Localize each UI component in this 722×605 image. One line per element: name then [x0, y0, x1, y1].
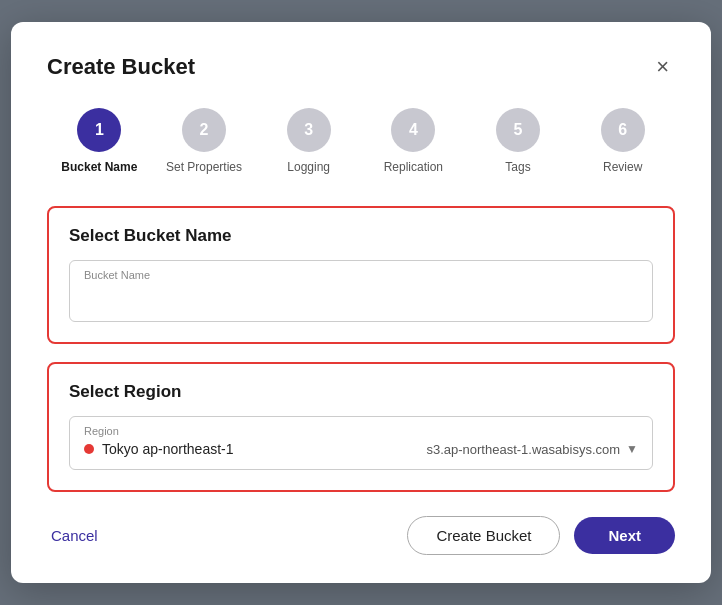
next-button[interactable]: Next — [574, 517, 675, 554]
close-button[interactable]: × — [650, 54, 675, 80]
step-circle-4: 4 — [391, 108, 435, 152]
step-circle-2: 2 — [182, 108, 226, 152]
create-bucket-button[interactable]: Create Bucket — [407, 516, 560, 555]
bucket-name-section: Select Bucket Name Bucket Name — [47, 206, 675, 344]
footer-right: Create Bucket Next — [407, 516, 675, 555]
step-circle-1: 1 — [77, 108, 121, 152]
step-label-1: Bucket Name — [61, 160, 137, 174]
step-5: 5 Tags — [466, 108, 571, 174]
modal-title: Create Bucket — [47, 54, 195, 80]
region-section: Select Region Region Tokyo ap-northeast-… — [47, 362, 675, 492]
step-circle-6: 6 — [601, 108, 645, 152]
cancel-button[interactable]: Cancel — [47, 519, 102, 552]
step-label-6: Review — [603, 160, 642, 174]
stepper: 1 Bucket Name 2 Set Properties 3 Logging… — [47, 108, 675, 174]
bucket-name-section-title: Select Bucket Name — [69, 226, 653, 246]
step-circle-5: 5 — [496, 108, 540, 152]
step-circle-3: 3 — [287, 108, 331, 152]
region-right[interactable]: s3.ap-northeast-1.wasabisys.com ▼ — [426, 442, 638, 457]
step-label-4: Replication — [384, 160, 443, 174]
chevron-down-icon: ▼ — [626, 442, 638, 456]
bucket-name-input[interactable] — [84, 285, 638, 309]
region-status-dot — [84, 444, 94, 454]
region-section-title: Select Region — [69, 382, 653, 402]
region-name: Tokyo ap-northeast-1 — [102, 441, 234, 457]
region-endpoint: s3.ap-northeast-1.wasabisys.com — [426, 442, 620, 457]
step-1: 1 Bucket Name — [47, 108, 152, 174]
bucket-name-field-group: Bucket Name — [69, 260, 653, 322]
step-6: 6 Review — [570, 108, 675, 174]
step-label-3: Logging — [287, 160, 330, 174]
step-2: 2 Set Properties — [152, 108, 257, 174]
step-3: 3 Logging — [256, 108, 361, 174]
modal-container: Create Bucket × 1 Bucket Name 2 Set Prop… — [11, 22, 711, 583]
step-4: 4 Replication — [361, 108, 466, 174]
region-field-label: Region — [84, 425, 638, 437]
region-left: Tokyo ap-northeast-1 — [84, 441, 234, 457]
step-label-2: Set Properties — [166, 160, 242, 174]
region-field-group: Region Tokyo ap-northeast-1 s3.ap-northe… — [69, 416, 653, 470]
modal-overlay: Create Bucket × 1 Bucket Name 2 Set Prop… — [0, 0, 722, 605]
bucket-name-field-label: Bucket Name — [84, 269, 638, 281]
modal-header: Create Bucket × — [47, 54, 675, 80]
modal-footer: Cancel Create Bucket Next — [47, 516, 675, 555]
region-row: Tokyo ap-northeast-1 s3.ap-northeast-1.w… — [84, 441, 638, 457]
step-label-5: Tags — [505, 160, 530, 174]
